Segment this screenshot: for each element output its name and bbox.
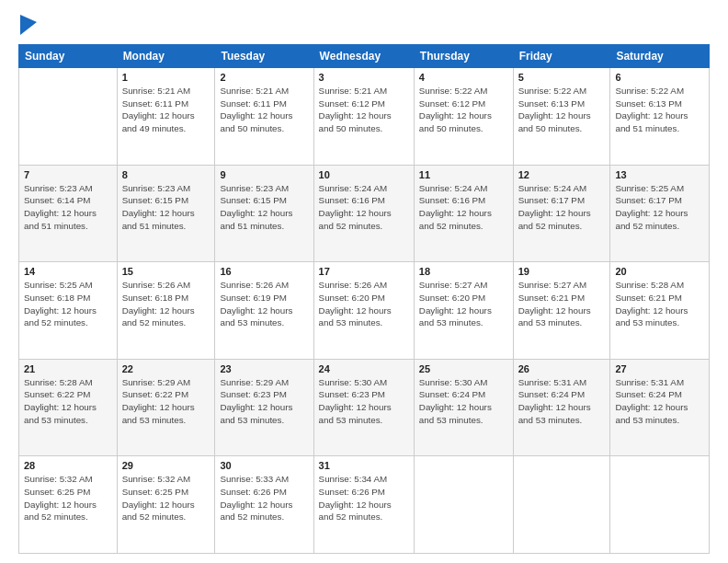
cell-day-number: 20	[615, 266, 704, 277]
cell-info: Sunrise: 5:30 AMSunset: 6:24 PMDaylight:…	[419, 376, 508, 427]
cell-day-number: 30	[220, 460, 308, 471]
cell-info: Sunrise: 5:28 AMSunset: 6:22 PMDaylight:…	[24, 376, 112, 427]
calendar-cell: 24Sunrise: 5:30 AMSunset: 6:23 PMDayligh…	[313, 359, 414, 456]
calendar-cell	[610, 456, 710, 554]
calendar-cell	[19, 68, 118, 166]
header	[18, 17, 710, 35]
cell-info: Sunrise: 5:28 AMSunset: 6:21 PMDaylight:…	[615, 279, 704, 329]
calendar-cell: 3Sunrise: 5:21 AMSunset: 6:12 PMDaylight…	[313, 68, 414, 166]
cell-info: Sunrise: 5:21 AMSunset: 6:11 PMDaylight:…	[220, 85, 308, 135]
cell-day-number: 3	[319, 72, 409, 83]
col-header-saturday: Saturday	[610, 45, 710, 68]
calendar-table: SundayMondayTuesdayWednesdayThursdayFrid…	[18, 44, 710, 554]
cell-info: Sunrise: 5:23 AMSunset: 6:14 PMDaylight:…	[24, 182, 112, 233]
calendar-cell: 26Sunrise: 5:31 AMSunset: 6:24 PMDayligh…	[513, 359, 610, 456]
cell-day-number: 28	[24, 460, 112, 471]
cell-day-number: 2	[220, 72, 308, 83]
cell-info: Sunrise: 5:22 AMSunset: 6:13 PMDaylight:…	[615, 85, 704, 135]
calendar-cell: 17Sunrise: 5:26 AMSunset: 6:20 PMDayligh…	[313, 262, 414, 360]
calendar-cell: 5Sunrise: 5:22 AMSunset: 6:13 PMDaylight…	[513, 68, 610, 166]
calendar-cell: 7Sunrise: 5:23 AMSunset: 6:14 PMDaylight…	[19, 165, 118, 262]
cell-day-number: 13	[615, 169, 704, 180]
cell-day-number: 19	[518, 266, 606, 277]
calendar-cell: 21Sunrise: 5:28 AMSunset: 6:22 PMDayligh…	[19, 359, 118, 456]
calendar-cell: 19Sunrise: 5:27 AMSunset: 6:21 PMDayligh…	[513, 262, 610, 360]
cell-day-number: 24	[319, 363, 409, 374]
cell-info: Sunrise: 5:31 AMSunset: 6:24 PMDaylight:…	[615, 376, 704, 427]
calendar-cell: 13Sunrise: 5:25 AMSunset: 6:17 PMDayligh…	[610, 165, 710, 262]
cell-info: Sunrise: 5:26 AMSunset: 6:20 PMDaylight:…	[319, 279, 409, 329]
col-header-thursday: Thursday	[414, 45, 513, 68]
cell-info: Sunrise: 5:21 AMSunset: 6:12 PMDaylight:…	[319, 85, 409, 135]
cell-day-number: 11	[419, 169, 508, 180]
calendar-cell: 20Sunrise: 5:28 AMSunset: 6:21 PMDayligh…	[610, 262, 710, 360]
calendar-cell: 14Sunrise: 5:25 AMSunset: 6:18 PMDayligh…	[19, 262, 118, 360]
cell-info: Sunrise: 5:22 AMSunset: 6:13 PMDaylight:…	[518, 85, 606, 135]
cell-info: Sunrise: 5:31 AMSunset: 6:24 PMDaylight:…	[518, 376, 606, 427]
calendar-header: SundayMondayTuesdayWednesdayThursdayFrid…	[19, 45, 710, 68]
cell-day-number: 9	[220, 169, 308, 180]
week-row-1: 1Sunrise: 5:21 AMSunset: 6:11 PMDaylight…	[19, 68, 710, 166]
cell-day-number: 23	[220, 363, 308, 374]
cell-day-number: 12	[518, 169, 606, 180]
cell-info: Sunrise: 5:23 AMSunset: 6:15 PMDaylight:…	[220, 182, 308, 233]
cell-info: Sunrise: 5:22 AMSunset: 6:12 PMDaylight:…	[419, 85, 508, 135]
cell-info: Sunrise: 5:29 AMSunset: 6:23 PMDaylight:…	[220, 376, 308, 427]
calendar-cell: 1Sunrise: 5:21 AMSunset: 6:11 PMDaylight…	[117, 68, 215, 166]
cell-info: Sunrise: 5:33 AMSunset: 6:26 PMDaylight:…	[220, 473, 308, 523]
cell-day-number: 1	[122, 72, 210, 83]
cell-day-number: 4	[419, 72, 508, 83]
week-row-4: 21Sunrise: 5:28 AMSunset: 6:22 PMDayligh…	[19, 359, 710, 456]
calendar-cell: 16Sunrise: 5:26 AMSunset: 6:19 PMDayligh…	[215, 262, 313, 360]
cell-info: Sunrise: 5:26 AMSunset: 6:18 PMDaylight:…	[122, 279, 210, 329]
calendar-cell: 25Sunrise: 5:30 AMSunset: 6:24 PMDayligh…	[414, 359, 513, 456]
calendar-cell: 10Sunrise: 5:24 AMSunset: 6:16 PMDayligh…	[313, 165, 414, 262]
cell-info: Sunrise: 5:23 AMSunset: 6:15 PMDaylight:…	[122, 182, 210, 233]
cell-day-number: 26	[518, 363, 606, 374]
col-header-tuesday: Tuesday	[215, 45, 313, 68]
cell-day-number: 31	[319, 460, 409, 471]
cell-info: Sunrise: 5:27 AMSunset: 6:21 PMDaylight:…	[518, 279, 606, 329]
cell-info: Sunrise: 5:27 AMSunset: 6:20 PMDaylight:…	[419, 279, 508, 329]
cell-info: Sunrise: 5:25 AMSunset: 6:17 PMDaylight:…	[615, 182, 704, 233]
calendar-body: 1Sunrise: 5:21 AMSunset: 6:11 PMDaylight…	[19, 68, 710, 554]
calendar-cell	[414, 456, 513, 554]
cell-day-number: 8	[122, 169, 210, 180]
cell-day-number: 27	[615, 363, 704, 374]
cell-info: Sunrise: 5:32 AMSunset: 6:25 PMDaylight:…	[122, 473, 210, 523]
calendar-cell: 29Sunrise: 5:32 AMSunset: 6:25 PMDayligh…	[117, 456, 215, 554]
cell-day-number: 15	[122, 266, 210, 277]
cell-day-number: 25	[419, 363, 508, 374]
calendar-cell: 9Sunrise: 5:23 AMSunset: 6:15 PMDaylight…	[215, 165, 313, 262]
calendar-cell: 23Sunrise: 5:29 AMSunset: 6:23 PMDayligh…	[215, 359, 313, 456]
week-row-3: 14Sunrise: 5:25 AMSunset: 6:18 PMDayligh…	[19, 262, 710, 360]
logo	[18, 17, 37, 35]
cell-day-number: 5	[518, 72, 606, 83]
cell-info: Sunrise: 5:24 AMSunset: 6:16 PMDaylight:…	[419, 182, 508, 233]
calendar-cell: 30Sunrise: 5:33 AMSunset: 6:26 PMDayligh…	[215, 456, 313, 554]
calendar-cell	[513, 456, 610, 554]
cell-info: Sunrise: 5:25 AMSunset: 6:18 PMDaylight:…	[24, 279, 112, 329]
cell-day-number: 7	[24, 169, 112, 180]
calendar-cell: 15Sunrise: 5:26 AMSunset: 6:18 PMDayligh…	[117, 262, 215, 360]
cell-info: Sunrise: 5:24 AMSunset: 6:16 PMDaylight:…	[319, 182, 409, 233]
calendar-cell: 12Sunrise: 5:24 AMSunset: 6:17 PMDayligh…	[513, 165, 610, 262]
header-row: SundayMondayTuesdayWednesdayThursdayFrid…	[19, 45, 710, 68]
calendar-cell: 6Sunrise: 5:22 AMSunset: 6:13 PMDaylight…	[610, 68, 710, 166]
cell-info: Sunrise: 5:29 AMSunset: 6:22 PMDaylight:…	[122, 376, 210, 427]
page: SundayMondayTuesdayWednesdayThursdayFrid…	[0, 0, 728, 563]
cell-day-number: 10	[319, 169, 409, 180]
calendar-cell: 2Sunrise: 5:21 AMSunset: 6:11 PMDaylight…	[215, 68, 313, 166]
cell-day-number: 17	[319, 266, 409, 277]
calendar-cell: 4Sunrise: 5:22 AMSunset: 6:12 PMDaylight…	[414, 68, 513, 166]
calendar-cell: 31Sunrise: 5:34 AMSunset: 6:26 PMDayligh…	[313, 456, 414, 554]
cell-day-number: 29	[122, 460, 210, 471]
cell-info: Sunrise: 5:24 AMSunset: 6:17 PMDaylight:…	[518, 182, 606, 233]
cell-day-number: 16	[220, 266, 308, 277]
col-header-sunday: Sunday	[19, 45, 118, 68]
cell-day-number: 22	[122, 363, 210, 374]
cell-info: Sunrise: 5:32 AMSunset: 6:25 PMDaylight:…	[24, 473, 112, 523]
logo-icon	[20, 15, 37, 35]
col-header-monday: Monday	[117, 45, 215, 68]
calendar-cell: 27Sunrise: 5:31 AMSunset: 6:24 PMDayligh…	[610, 359, 710, 456]
